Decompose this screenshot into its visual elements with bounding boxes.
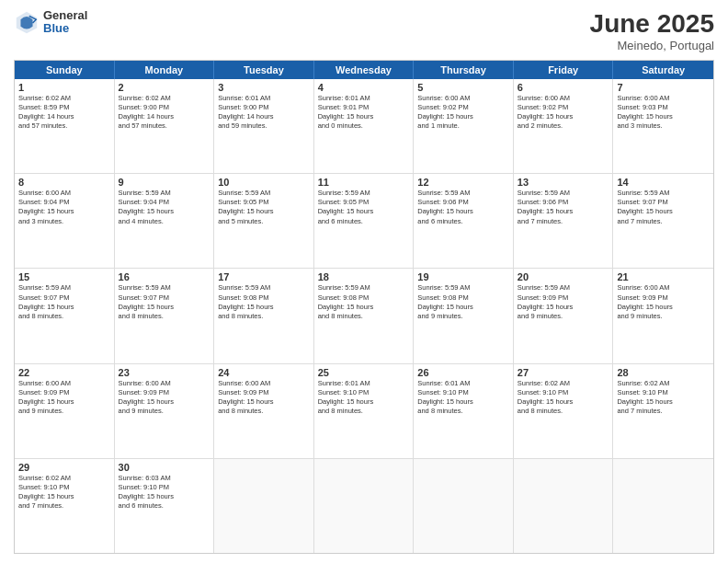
week-row-3: 15 Sunrise: 5:59 AMSunset: 9:07 PMDaylig… bbox=[15, 269, 713, 363]
day-info: Sunrise: 6:00 AMSunset: 9:03 PMDaylight:… bbox=[617, 94, 710, 132]
day-info: Sunrise: 6:02 AMSunset: 9:10 PMDaylight:… bbox=[518, 379, 609, 417]
day-15: 15 Sunrise: 5:59 AMSunset: 9:07 PMDaylig… bbox=[15, 269, 115, 362]
day-25: 25 Sunrise: 6:01 AMSunset: 9:10 PMDaylig… bbox=[314, 364, 415, 458]
day-26: 26 Sunrise: 6:01 AMSunset: 9:10 PMDaylig… bbox=[414, 364, 514, 458]
day-number: 18 bbox=[318, 271, 410, 282]
header-saturday: Saturday bbox=[613, 61, 713, 79]
day-number: 6 bbox=[518, 82, 609, 93]
day-info: Sunrise: 5:59 AMSunset: 9:04 PMDaylight:… bbox=[119, 189, 210, 226]
empty-cell bbox=[214, 459, 314, 553]
day-info: Sunrise: 6:01 AMSunset: 9:10 PMDaylight:… bbox=[318, 379, 410, 417]
day-number: 26 bbox=[417, 367, 509, 378]
day-2: 2 Sunrise: 6:02 AMSunset: 9:00 PMDayligh… bbox=[115, 79, 215, 173]
day-number: 10 bbox=[218, 177, 310, 188]
empty-cell bbox=[514, 459, 614, 553]
day-number: 28 bbox=[617, 367, 710, 378]
header-monday: Monday bbox=[115, 61, 215, 79]
calendar-body: 1 Sunrise: 6:02 AMSunset: 8:59 PMDayligh… bbox=[15, 79, 713, 553]
header: General Blue June 2025 Meinedo, Portugal bbox=[14, 9, 714, 52]
day-number: 14 bbox=[617, 177, 710, 188]
day-number: 4 bbox=[318, 82, 410, 93]
day-17: 17 Sunrise: 5:59 AMSunset: 9:08 PMDaylig… bbox=[214, 269, 314, 362]
title-block: June 2025 Meinedo, Portugal bbox=[590, 9, 714, 52]
day-info: Sunrise: 5:59 AMSunset: 9:07 PMDaylight:… bbox=[617, 189, 710, 226]
week-row-1: 1 Sunrise: 6:02 AMSunset: 8:59 PMDayligh… bbox=[15, 79, 713, 174]
calendar: Sunday Monday Tuesday Wednesday Thursday… bbox=[14, 60, 714, 554]
day-number: 5 bbox=[417, 82, 509, 93]
logo-blue-label: Blue bbox=[43, 22, 87, 35]
day-3: 3 Sunrise: 6:01 AMSunset: 9:00 PMDayligh… bbox=[214, 79, 314, 173]
day-16: 16 Sunrise: 5:59 AMSunset: 9:07 PMDaylig… bbox=[115, 269, 215, 362]
logo-icon bbox=[14, 9, 40, 35]
day-number: 25 bbox=[318, 367, 410, 378]
day-5: 5 Sunrise: 6:00 AMSunset: 9:02 PMDayligh… bbox=[414, 79, 514, 173]
day-number: 22 bbox=[18, 367, 110, 378]
page: General Blue June 2025 Meinedo, Portugal… bbox=[0, 0, 728, 563]
empty-cell bbox=[414, 459, 514, 553]
day-22: 22 Sunrise: 6:00 AMSunset: 9:09 PMDaylig… bbox=[15, 364, 115, 458]
day-info: Sunrise: 5:59 AMSunset: 9:09 PMDaylight:… bbox=[518, 283, 609, 321]
day-number: 8 bbox=[18, 177, 110, 188]
day-number: 20 bbox=[518, 271, 609, 282]
logo: General Blue bbox=[14, 9, 87, 36]
day-info: Sunrise: 6:02 AMSunset: 9:10 PMDaylight:… bbox=[18, 474, 110, 511]
day-28: 28 Sunrise: 6:02 AMSunset: 9:10 PMDaylig… bbox=[613, 364, 713, 458]
day-number: 3 bbox=[218, 82, 310, 93]
location-label: Meinedo, Portugal bbox=[590, 39, 714, 52]
day-number: 24 bbox=[218, 367, 310, 378]
day-23: 23 Sunrise: 6:00 AMSunset: 9:09 PMDaylig… bbox=[115, 364, 215, 458]
day-11: 11 Sunrise: 5:59 AMSunset: 9:05 PMDaylig… bbox=[314, 174, 415, 268]
day-7: 7 Sunrise: 6:00 AMSunset: 9:03 PMDayligh… bbox=[613, 79, 713, 173]
day-number: 30 bbox=[119, 462, 210, 473]
day-number: 2 bbox=[119, 82, 210, 93]
day-info: Sunrise: 6:00 AMSunset: 9:09 PMDaylight:… bbox=[119, 379, 210, 417]
day-info: Sunrise: 5:59 AMSunset: 9:08 PMDaylight:… bbox=[218, 283, 310, 321]
day-number: 12 bbox=[417, 177, 509, 188]
day-info: Sunrise: 5:59 AMSunset: 9:07 PMDaylight:… bbox=[18, 283, 110, 321]
day-info: Sunrise: 5:59 AMSunset: 9:08 PMDaylight:… bbox=[417, 283, 509, 321]
day-info: Sunrise: 6:01 AMSunset: 9:01 PMDaylight:… bbox=[318, 94, 410, 132]
week-row-2: 8 Sunrise: 6:00 AMSunset: 9:04 PMDayligh… bbox=[15, 174, 713, 269]
day-14: 14 Sunrise: 5:59 AMSunset: 9:07 PMDaylig… bbox=[613, 174, 713, 268]
day-info: Sunrise: 6:01 AMSunset: 9:10 PMDaylight:… bbox=[417, 379, 509, 417]
day-number: 23 bbox=[119, 367, 210, 378]
day-info: Sunrise: 6:00 AMSunset: 9:02 PMDaylight:… bbox=[518, 94, 609, 132]
header-tuesday: Tuesday bbox=[214, 61, 314, 79]
header-wednesday: Wednesday bbox=[314, 61, 415, 79]
day-8: 8 Sunrise: 6:00 AMSunset: 9:04 PMDayligh… bbox=[15, 174, 115, 268]
day-12: 12 Sunrise: 5:59 AMSunset: 9:06 PMDaylig… bbox=[414, 174, 514, 268]
empty-cell bbox=[613, 459, 713, 553]
day-info: Sunrise: 6:00 AMSunset: 9:09 PMDaylight:… bbox=[18, 379, 110, 417]
day-info: Sunrise: 5:59 AMSunset: 9:06 PMDaylight:… bbox=[518, 189, 609, 226]
day-info: Sunrise: 5:59 AMSunset: 9:05 PMDaylight:… bbox=[318, 189, 410, 226]
day-number: 21 bbox=[617, 271, 710, 282]
week-row-4: 22 Sunrise: 6:00 AMSunset: 9:09 PMDaylig… bbox=[15, 364, 713, 459]
calendar-header: Sunday Monday Tuesday Wednesday Thursday… bbox=[15, 61, 713, 79]
week-row-5: 29 Sunrise: 6:02 AMSunset: 9:10 PMDaylig… bbox=[15, 459, 713, 553]
day-19: 19 Sunrise: 5:59 AMSunset: 9:08 PMDaylig… bbox=[414, 269, 514, 362]
day-10: 10 Sunrise: 5:59 AMSunset: 9:05 PMDaylig… bbox=[214, 174, 314, 268]
day-13: 13 Sunrise: 5:59 AMSunset: 9:06 PMDaylig… bbox=[514, 174, 614, 268]
day-info: Sunrise: 6:01 AMSunset: 9:00 PMDaylight:… bbox=[218, 94, 310, 132]
day-number: 1 bbox=[18, 82, 110, 93]
day-number: 27 bbox=[518, 367, 609, 378]
empty-cell bbox=[314, 459, 415, 553]
day-30: 30 Sunrise: 6:03 AMSunset: 9:10 PMDaylig… bbox=[115, 459, 215, 553]
logo-general-label: General bbox=[43, 9, 87, 22]
day-6: 6 Sunrise: 6:00 AMSunset: 9:02 PMDayligh… bbox=[514, 79, 614, 173]
header-thursday: Thursday bbox=[414, 61, 514, 79]
day-21: 21 Sunrise: 6:00 AMSunset: 9:09 PMDaylig… bbox=[613, 269, 713, 362]
day-24: 24 Sunrise: 6:00 AMSunset: 9:09 PMDaylig… bbox=[214, 364, 314, 458]
month-title: June 2025 bbox=[590, 9, 714, 39]
day-number: 13 bbox=[518, 177, 609, 188]
day-info: Sunrise: 6:03 AMSunset: 9:10 PMDaylight:… bbox=[119, 474, 210, 511]
header-sunday: Sunday bbox=[15, 61, 115, 79]
day-info: Sunrise: 6:00 AMSunset: 9:02 PMDaylight:… bbox=[417, 94, 509, 132]
day-number: 29 bbox=[18, 462, 110, 473]
day-info: Sunrise: 5:59 AMSunset: 9:08 PMDaylight:… bbox=[318, 283, 410, 321]
day-info: Sunrise: 5:59 AMSunset: 9:06 PMDaylight:… bbox=[417, 189, 509, 226]
day-number: 17 bbox=[218, 271, 310, 282]
day-9: 9 Sunrise: 5:59 AMSunset: 9:04 PMDayligh… bbox=[115, 174, 215, 268]
day-29: 29 Sunrise: 6:02 AMSunset: 9:10 PMDaylig… bbox=[15, 459, 115, 553]
logo-text: General Blue bbox=[43, 9, 87, 36]
